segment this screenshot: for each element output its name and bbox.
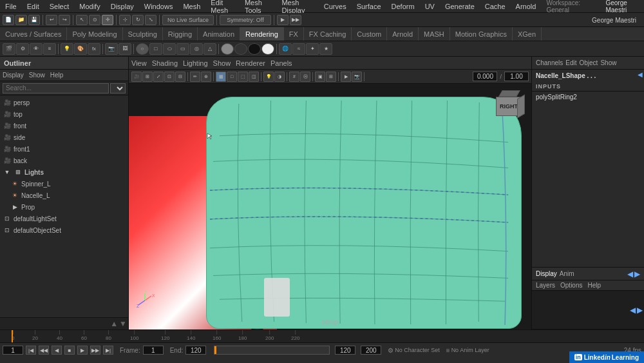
outliner-scroll-down[interactable]: ▼ xyxy=(119,319,127,328)
channel-tab-channels[interactable]: Channels xyxy=(536,59,563,66)
right-collapse-arrow[interactable]: ◀ xyxy=(638,71,643,78)
vt-playblast[interactable]: ▶ xyxy=(341,72,351,82)
tab-xgen[interactable]: XGen xyxy=(513,27,542,41)
color-white-btn[interactable] xyxy=(261,43,274,55)
vt-wireframe-on-shaded[interactable]: ▦ xyxy=(216,72,226,82)
render-view-btn[interactable]: 👁 xyxy=(30,43,43,55)
menu-windows[interactable]: Windows xyxy=(142,3,176,10)
bookmark-btn[interactable]: ★ xyxy=(319,43,332,55)
tl-frame-far-end[interactable] xyxy=(361,346,381,355)
vt-frame-all[interactable]: ⊡ xyxy=(164,72,175,82)
open-file-btn[interactable]: 📁 xyxy=(15,15,27,25)
channel-tab-object[interactable]: Object xyxy=(580,59,598,66)
tab-curves-surfaces[interactable]: Curves / Surfaces xyxy=(0,27,67,41)
outliner-item-top[interactable]: 🎥 top xyxy=(0,108,128,120)
channel-tab-show[interactable]: Show xyxy=(600,59,616,66)
material-editor-btn[interactable]: 🎨 xyxy=(74,43,87,55)
vt-show-manip[interactable]: ⊕ xyxy=(201,72,211,82)
color-grey-btn[interactable] xyxy=(221,43,234,55)
options-menu-item[interactable]: Options xyxy=(560,282,582,289)
rotate-btn[interactable]: ↻ xyxy=(132,15,144,25)
color-dark-btn[interactable] xyxy=(234,43,247,55)
color-black-btn[interactable] xyxy=(248,43,261,55)
outliner-item-default-light-set[interactable]: ⊡ defaultLightSet xyxy=(0,213,128,224)
menu-display[interactable]: Display xyxy=(108,3,137,10)
viewport-canvas[interactable]: RIGHT X Y Z xyxy=(129,84,531,329)
outliner-item-default-object-set[interactable]: ⊡ defaultObjectSet xyxy=(0,224,128,236)
viewport-menu-panels[interactable]: Panels xyxy=(270,59,292,67)
tab-rigging[interactable]: Rigging xyxy=(163,27,198,41)
env-btn[interactable]: 🌐 xyxy=(279,43,292,55)
cone-btn[interactable]: △ xyxy=(204,43,216,55)
render-frame-btn[interactable]: ▶ xyxy=(277,15,289,25)
tl-frame-end[interactable] xyxy=(185,346,206,355)
arrow-right[interactable]: ▶ xyxy=(634,270,640,279)
outliner-item-lights[interactable]: ▼ ⊞ Lights xyxy=(0,166,128,178)
menu-generate[interactable]: Generate xyxy=(442,3,477,10)
sphere-btn[interactable]: ○ xyxy=(136,43,149,55)
vt-hud[interactable]: Ⓗ xyxy=(300,72,310,82)
outliner-show-menu[interactable]: Show xyxy=(29,72,45,79)
viewport-menu-shading[interactable]: Shading xyxy=(152,59,178,67)
render-seq-btn[interactable]: ▶▶ xyxy=(290,15,301,25)
channel-tab-edit[interactable]: Edit xyxy=(565,59,576,66)
tab-mash[interactable]: MASH xyxy=(419,27,450,41)
char-set-icon[interactable]: ⚙ xyxy=(388,347,393,354)
scale-btn[interactable]: ⤡ xyxy=(145,15,156,25)
redo-btn[interactable]: ↪ xyxy=(59,15,70,25)
anim-tab[interactable]: Anim xyxy=(560,270,574,277)
outliner-item-front[interactable]: 🎥 front xyxy=(0,120,128,132)
outliner-item-persp[interactable]: 🎥 persp xyxy=(0,97,128,108)
batch-render-btn[interactable]: ≡ xyxy=(43,43,56,55)
img-plane-btn[interactable]: 🖼 xyxy=(118,43,131,55)
tab-motion-graphics[interactable]: Motion Graphics xyxy=(450,27,513,41)
display-tab[interactable]: Display xyxy=(536,270,557,277)
tab-animation[interactable]: Animation xyxy=(198,27,240,41)
select-tool-btn[interactable]: ↖ xyxy=(76,15,88,25)
render-settings-btn[interactable]: ⚙ xyxy=(16,43,29,55)
menu-curves[interactable]: Curves xyxy=(321,3,349,10)
outliner-display-menu[interactable]: Display xyxy=(3,72,24,79)
poly-split-ring-item[interactable]: polySplitRing2 xyxy=(532,92,644,102)
viewport-menu-lighting[interactable]: Lighting xyxy=(183,59,208,67)
vt-lighting-mode[interactable]: 💡 xyxy=(263,72,274,82)
anim-layer-icon[interactable]: ≡ xyxy=(446,347,450,354)
layers-menu-item[interactable]: Layers xyxy=(536,282,555,289)
help-menu-item[interactable]: Help xyxy=(587,282,601,289)
new-file-btn[interactable]: 📄 xyxy=(3,15,14,25)
arrow-left[interactable]: ◀ xyxy=(627,270,633,279)
tl-play-back[interactable]: ◀ xyxy=(52,346,62,355)
vt-perspective[interactable]: ⊞ xyxy=(142,72,153,82)
vt-snapshot[interactable]: 📷 xyxy=(352,72,362,82)
tl-current-frame[interactable] xyxy=(143,346,164,355)
outliner-item-back[interactable]: 🎥 back xyxy=(0,155,128,166)
vt-grid-toggle[interactable]: # xyxy=(289,72,299,82)
outliner-item-front1[interactable]: 🎥 front1 xyxy=(0,143,128,155)
undo-btn[interactable]: ↩ xyxy=(46,15,57,25)
viewport-menu-show[interactable]: Show xyxy=(213,59,231,67)
view-cube[interactable]: RIGHT xyxy=(493,90,525,123)
vt-frame-sel[interactable]: ⊟ xyxy=(175,72,185,82)
vt-select-cam[interactable]: 🎥 xyxy=(131,72,142,82)
tl-step-forward[interactable]: ▶▶ xyxy=(90,346,100,355)
render-btn[interactable]: 🎬 xyxy=(3,43,15,55)
tab-arnold[interactable]: Arnold xyxy=(387,27,419,41)
menu-mesh-display[interactable]: Mesh Display xyxy=(279,0,316,14)
lasso-btn[interactable]: ⊙ xyxy=(89,15,100,25)
tl-skip-start[interactable]: |◀ xyxy=(26,346,36,355)
outliner-item-side[interactable]: 🎥 side xyxy=(0,132,128,143)
viewport-menu-renderer[interactable]: Renderer xyxy=(236,59,265,67)
tab-rendering[interactable]: Rendering xyxy=(240,27,284,41)
cam-btn[interactable]: 📷 xyxy=(105,43,118,55)
layers-arrow-right[interactable]: ▶ xyxy=(637,306,643,315)
outliner-help-menu[interactable]: Help xyxy=(50,72,64,79)
menu-modify[interactable]: Modify xyxy=(77,3,102,10)
menu-surface[interactable]: Surface xyxy=(354,3,384,10)
vt-wireframe[interactable]: ⬚ xyxy=(238,72,248,82)
menu-select[interactable]: Select xyxy=(47,3,72,10)
vt-fit-view[interactable]: ⤢ xyxy=(153,72,164,82)
outliner-item-nacelle-l[interactable]: ☀ Nacelle_L xyxy=(0,190,128,201)
menu-arnold[interactable]: Arnold xyxy=(513,3,539,10)
tab-fx-caching[interactable]: FX Caching xyxy=(304,27,352,41)
effects-btn[interactable]: ✦ xyxy=(306,43,319,55)
